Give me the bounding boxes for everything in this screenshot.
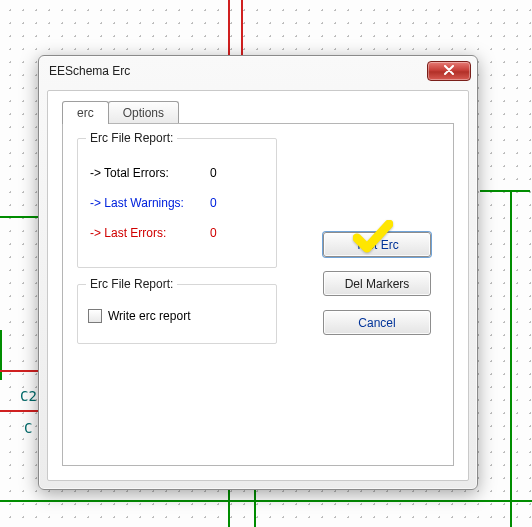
schematic-wire (0, 500, 532, 502)
schematic-wire (228, 0, 230, 60)
group-legend: Erc File Report: (86, 131, 177, 145)
write-report-checkbox[interactable] (88, 309, 102, 323)
group-erc-report-write: Erc File Report: Write erc report (77, 284, 277, 344)
tab-page-erc: Erc File Report: -> Total Errors: 0 -> L… (62, 123, 454, 466)
last-errors-label: -> Last Errors: (90, 226, 210, 240)
schematic-wire (0, 370, 40, 372)
schematic-wire (480, 190, 530, 192)
test-erc-button[interactable]: Test Erc (323, 232, 431, 257)
schematic-wire (0, 216, 40, 218)
titlebar[interactable]: EESchema Erc (39, 56, 477, 86)
total-errors-label: -> Total Errors: (90, 166, 210, 180)
tab-erc-label: erc (77, 106, 94, 120)
dialog-client: erc Options Erc File Report: -> Total Er… (47, 90, 469, 481)
tab-options-label: Options (123, 106, 164, 120)
button-column: Test Erc Del Markers Cancel (323, 232, 431, 335)
tab-erc[interactable]: erc (62, 101, 109, 124)
test-erc-label: Test Erc (355, 238, 398, 252)
schematic-wire (0, 330, 2, 380)
cancel-label: Cancel (358, 316, 395, 330)
cancel-button[interactable]: Cancel (323, 310, 431, 335)
last-warnings-value: 0 (210, 196, 240, 210)
last-errors-value: 0 (210, 226, 240, 240)
write-report-label: Write erc report (108, 309, 190, 323)
close-button[interactable] (427, 61, 471, 81)
schematic-wire (241, 0, 243, 60)
row-last-warnings: -> Last Warnings: 0 (90, 193, 264, 213)
group-erc-report-stats: Erc File Report: -> Total Errors: 0 -> L… (77, 138, 277, 268)
total-errors-value: 0 (210, 166, 240, 180)
erc-dialog: EESchema Erc erc Options Erc File Report… (38, 55, 478, 490)
refdes-c: C (24, 420, 32, 436)
tab-options[interactable]: Options (108, 101, 179, 124)
row-total-errors: -> Total Errors: 0 (90, 163, 264, 183)
close-icon (443, 64, 455, 78)
schematic-wire (0, 410, 40, 412)
group-legend: Erc File Report: (86, 277, 177, 291)
window-title: EESchema Erc (49, 64, 130, 78)
schematic-wire (254, 490, 256, 527)
del-markers-label: Del Markers (345, 277, 410, 291)
schematic-wire (510, 190, 512, 527)
schematic-wire (228, 490, 230, 527)
refdes-c2: C2 (20, 388, 37, 404)
del-markers-button[interactable]: Del Markers (323, 271, 431, 296)
row-last-errors: -> Last Errors: 0 (90, 223, 264, 243)
last-warnings-label: -> Last Warnings: (90, 196, 210, 210)
tab-strip: erc Options (62, 101, 178, 124)
write-report-row: Write erc report (88, 309, 190, 323)
